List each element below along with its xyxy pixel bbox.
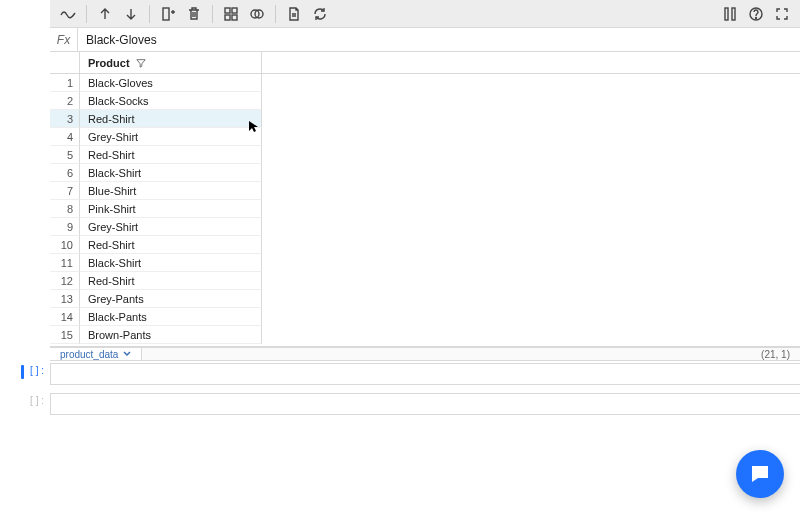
- table-row[interactable]: 9Grey-Shirt: [50, 218, 800, 236]
- chat-button[interactable]: [736, 450, 784, 498]
- cell-product[interactable]: Black-Gloves: [80, 74, 262, 92]
- cell-product[interactable]: Black-Shirt: [80, 164, 262, 182]
- svg-point-10: [756, 17, 757, 18]
- sheet-bar: product_data (21, 1): [50, 347, 800, 361]
- column-header-label: Product: [88, 57, 130, 69]
- table-row[interactable]: 11Black-Shirt: [50, 254, 800, 272]
- table-row[interactable]: 14Black-Pants: [50, 308, 800, 326]
- grid-header: Product: [50, 52, 800, 74]
- row-number[interactable]: 13: [50, 290, 80, 308]
- arrow-up-icon[interactable]: [93, 3, 117, 25]
- table-row[interactable]: 13Grey-Pants: [50, 290, 800, 308]
- console-prompt-active: [ ] :: [0, 361, 50, 379]
- filter-icon[interactable]: [136, 58, 146, 68]
- left-gutter: [0, 0, 50, 361]
- table-row[interactable]: 2Black-Socks: [50, 92, 800, 110]
- column-header-product[interactable]: Product: [80, 52, 262, 73]
- table-row[interactable]: 1Black-Gloves: [50, 74, 800, 92]
- svg-rect-3: [225, 15, 230, 20]
- chevron-down-icon: [123, 350, 131, 358]
- trash-icon[interactable]: [182, 3, 206, 25]
- formula-bar: Fx Black-Gloves: [50, 28, 800, 52]
- expand-icon[interactable]: [770, 3, 794, 25]
- table-row[interactable]: 4Grey-Shirt: [50, 128, 800, 146]
- arrow-down-icon[interactable]: [119, 3, 143, 25]
- svg-rect-8: [732, 8, 735, 20]
- grid-body[interactable]: 1Black-Gloves2Black-Socks3Red-Shirt4Grey…: [50, 74, 800, 346]
- grid-icon[interactable]: [219, 3, 243, 25]
- cell-product[interactable]: Grey-Shirt: [80, 218, 262, 236]
- svg-rect-7: [725, 8, 728, 20]
- row-number[interactable]: 12: [50, 272, 80, 290]
- row-number[interactable]: 15: [50, 326, 80, 344]
- file-icon[interactable]: [282, 3, 306, 25]
- toolbar: [50, 0, 800, 28]
- prompt-text: [ ] :: [30, 365, 44, 376]
- console: [ ] : [ ] :: [0, 361, 800, 514]
- cell-product[interactable]: Red-Shirt: [80, 146, 262, 164]
- cell-product[interactable]: Red-Shirt: [80, 110, 262, 128]
- svg-rect-2: [232, 8, 237, 13]
- table-row[interactable]: 7Blue-Shirt: [50, 182, 800, 200]
- separator: [275, 5, 276, 23]
- svg-rect-1: [225, 8, 230, 13]
- sheet-dimensions: (21, 1): [751, 349, 800, 360]
- table-row[interactable]: 15Brown-Pants: [50, 326, 800, 344]
- help-icon[interactable]: [744, 3, 768, 25]
- cell-product[interactable]: Red-Shirt: [80, 272, 262, 290]
- row-number[interactable]: 3: [50, 110, 80, 128]
- table-row[interactable]: 6Black-Shirt: [50, 164, 800, 182]
- table-row[interactable]: 8Pink-Shirt: [50, 200, 800, 218]
- table-row[interactable]: 10Red-Shirt: [50, 236, 800, 254]
- cell-product[interactable]: Pink-Shirt: [80, 200, 262, 218]
- cell-product[interactable]: Brown-Pants: [80, 326, 262, 344]
- console-input-active[interactable]: [50, 363, 800, 385]
- refresh-icon[interactable]: [308, 3, 332, 25]
- console-blank: [0, 415, 800, 514]
- sheet-name: product_data: [60, 349, 118, 360]
- wave-icon[interactable]: [56, 3, 80, 25]
- cell-product[interactable]: Black-Pants: [80, 308, 262, 326]
- row-number[interactable]: 6: [50, 164, 80, 182]
- row-number[interactable]: 7: [50, 182, 80, 200]
- cell-product[interactable]: Grey-Pants: [80, 290, 262, 308]
- row-number[interactable]: 1: [50, 74, 80, 92]
- row-number-header[interactable]: [50, 52, 80, 73]
- cell-product[interactable]: Black-Socks: [80, 92, 262, 110]
- row-number[interactable]: 5: [50, 146, 80, 164]
- console-input-idle[interactable]: [50, 393, 800, 415]
- table-row[interactable]: 5Red-Shirt: [50, 146, 800, 164]
- fx-value[interactable]: Black-Gloves: [78, 28, 800, 51]
- row-number[interactable]: 2: [50, 92, 80, 110]
- table-row[interactable]: 3Red-Shirt: [50, 110, 800, 128]
- sheet-tab[interactable]: product_data: [50, 348, 142, 360]
- add-column-icon[interactable]: [156, 3, 180, 25]
- data-grid: Product 1Black-Gloves2Black-Socks3Red-Sh…: [50, 52, 800, 347]
- chat-icon: [748, 462, 772, 486]
- console-prompt-idle: [ ] :: [0, 391, 50, 406]
- separator: [149, 5, 150, 23]
- row-number[interactable]: 11: [50, 254, 80, 272]
- row-number[interactable]: 8: [50, 200, 80, 218]
- row-number[interactable]: 14: [50, 308, 80, 326]
- table-row[interactable]: 12Red-Shirt: [50, 272, 800, 290]
- venn-icon[interactable]: [245, 3, 269, 25]
- cell-product[interactable]: Black-Shirt: [80, 254, 262, 272]
- cell-product[interactable]: Red-Shirt: [80, 236, 262, 254]
- row-number[interactable]: 9: [50, 218, 80, 236]
- console-idle-row: [ ] :: [0, 391, 800, 415]
- svg-rect-4: [232, 15, 237, 20]
- fx-label: Fx: [50, 28, 78, 51]
- separator: [86, 5, 87, 23]
- svg-rect-0: [163, 8, 169, 20]
- row-number[interactable]: 10: [50, 236, 80, 254]
- prompt-text: [ ] :: [30, 395, 44, 406]
- console-active-row: [ ] :: [0, 361, 800, 385]
- columns-icon[interactable]: [718, 3, 742, 25]
- separator: [212, 5, 213, 23]
- cell-product[interactable]: Blue-Shirt: [80, 182, 262, 200]
- row-number[interactable]: 4: [50, 128, 80, 146]
- cell-product[interactable]: Grey-Shirt: [80, 128, 262, 146]
